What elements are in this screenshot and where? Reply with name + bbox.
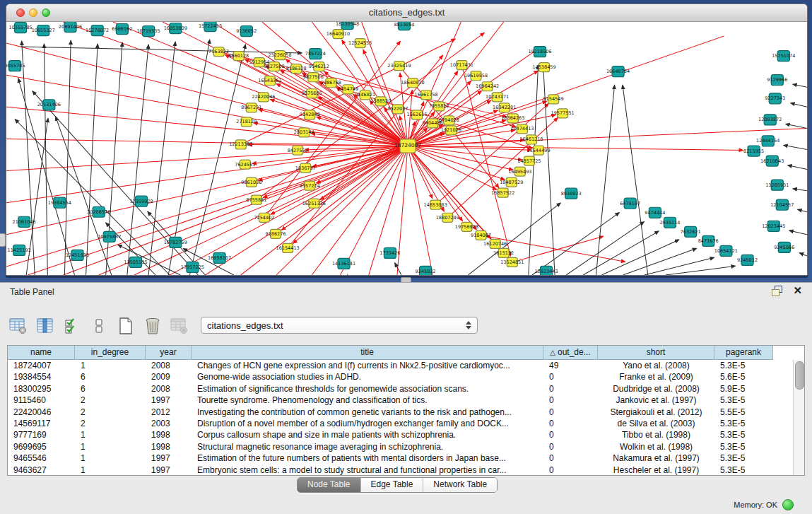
table-row[interactable]: 1938455462009Genome-wide association stu… xyxy=(8,371,793,382)
network-node[interactable]: 17359928 xyxy=(129,196,153,206)
network-node[interactable]: 10717431 xyxy=(450,61,473,70)
network-node[interactable]: 19619558 xyxy=(464,71,488,81)
network-node[interactable]: 9861036 xyxy=(241,177,261,187)
network-node[interactable]: 9184067 xyxy=(471,230,491,240)
network-node[interactable]: 19756928 xyxy=(455,222,478,231)
network-node[interactable]: 12451935 xyxy=(66,250,89,260)
collapse-panel-handle[interactable] xyxy=(0,233,6,247)
network-canvas[interactable]: 1035578510655327208914061527607269661621… xyxy=(6,22,807,275)
network-node[interactable]: 7857224 xyxy=(305,49,326,59)
delete-columns-button[interactable] xyxy=(143,316,163,336)
tab-edge-table[interactable]: Edge Table xyxy=(361,478,424,492)
network-node[interactable]: 11544499 xyxy=(526,146,550,155)
column-header-short[interactable]: short xyxy=(598,346,714,360)
network-node[interactable]: 10355785 xyxy=(8,23,32,33)
network-node[interactable]: 13285931 xyxy=(765,180,789,190)
network-node[interactable]: 8755881 xyxy=(246,195,266,204)
network-node[interactable]: 8967231 xyxy=(241,103,261,112)
network-node[interactable]: 11425193 xyxy=(7,245,30,255)
network-node[interactable]: 18640910 xyxy=(401,78,424,88)
network-node[interactable]: 9242848 xyxy=(300,110,320,119)
table-row[interactable]: 946362711997Embryonic stem cells: a mode… xyxy=(8,465,793,475)
network-node[interactable]: 16961758 xyxy=(415,90,438,100)
network-node[interactable]: 15857522 xyxy=(491,188,514,197)
network-node[interactable]: 6479197 xyxy=(620,198,640,209)
network-node[interactable]: 9136052 xyxy=(236,26,257,37)
network-node[interactable]: 9055785 xyxy=(6,61,25,71)
vertical-scrollbar[interactable] xyxy=(793,360,804,475)
network-node[interactable]: 18364263 xyxy=(501,114,524,123)
network-node[interactable]: 9575685 xyxy=(302,89,322,98)
table-row[interactable]: 977716911998Corpus callosum shape and si… xyxy=(8,429,793,440)
network-node[interactable]: 22420046 xyxy=(252,93,275,102)
network-node[interactable]: 23226058 xyxy=(268,51,291,60)
network-node[interactable]: 12023445 xyxy=(762,221,785,231)
column-header-year[interactable]: year xyxy=(146,346,192,360)
network-node[interactable]: 23325419 xyxy=(387,62,411,71)
network-node[interactable]: 18130548 xyxy=(336,22,359,30)
table-row[interactable]: 911546021997Tourette syndrome. Phenomeno… xyxy=(8,395,793,406)
network-node[interactable]: 16495493 xyxy=(508,167,531,176)
table-row[interactable]: 1872400712008Changes of HCN gene express… xyxy=(8,360,793,371)
network-node[interactable]: 1615132 xyxy=(493,248,514,257)
network-node[interactable]: 16461218 xyxy=(519,135,543,144)
network-node[interactable]: 12213383 xyxy=(229,140,252,149)
select-columns-button[interactable] xyxy=(62,316,82,336)
network-node[interactable]: 16120746 xyxy=(483,239,507,248)
tab-network-table[interactable]: Network Table xyxy=(423,478,497,492)
delete-table-button[interactable] xyxy=(170,316,189,336)
table-row[interactable]: 1456911722003Disruption of a novel membe… xyxy=(8,418,793,429)
network-node[interactable]: 9227343 xyxy=(765,93,785,104)
network-node[interactable]: 18807249 xyxy=(436,213,459,222)
network-node[interactable]: 9129966 xyxy=(767,75,787,86)
network-node[interactable]: 6966162 xyxy=(112,24,132,35)
network-node[interactable]: 16648784 xyxy=(606,66,630,77)
network-node[interactable]: 16154413 xyxy=(276,243,300,252)
network-node[interactable]: 12104557 xyxy=(770,199,794,210)
network-node[interactable]: 10654121 xyxy=(714,245,738,256)
network-node[interactable]: 7632621 xyxy=(681,226,701,237)
network-node[interactable]: 15751074 xyxy=(772,51,795,62)
network-node[interactable]: 12093872 xyxy=(758,115,782,125)
scrollbar-thumb[interactable] xyxy=(795,361,804,390)
network-node[interactable]: 16210643 xyxy=(760,156,784,166)
tab-node-table[interactable]: Node Table xyxy=(298,478,361,492)
network-node[interactable]: 19384554 xyxy=(48,197,71,208)
network-node[interactable]: 14136141 xyxy=(332,258,355,269)
network-node[interactable]: 8522037 xyxy=(387,105,408,114)
network-node[interactable]: 9546212 xyxy=(309,62,329,71)
network-node[interactable]: 16640910 xyxy=(326,30,350,39)
new-column-button[interactable] xyxy=(116,316,136,336)
network-node[interactable]: 8660128 xyxy=(228,52,249,61)
network-node[interactable]: 10743171 xyxy=(486,93,509,102)
network-node[interactable]: 13524851 xyxy=(500,257,524,267)
network-node[interactable]: 8813054 xyxy=(394,22,414,30)
table-row[interactable]: 1830029562008Estimation of significance … xyxy=(8,383,793,395)
network-node[interactable]: 19218506 xyxy=(528,47,551,57)
network-node[interactable]: 10719535 xyxy=(136,26,160,37)
network-node[interactable]: 16958107 xyxy=(208,252,231,263)
table-select-dropdown[interactable]: citations_edges.txt xyxy=(201,317,478,334)
table-mode-button[interactable] xyxy=(8,316,28,336)
network-node[interactable]: 10474413 xyxy=(510,124,534,134)
network-node[interactable]: 2718129 xyxy=(236,117,257,127)
network-node[interactable]: 18487529 xyxy=(500,177,523,187)
network-node[interactable]: 9186276 xyxy=(265,229,286,238)
network-node[interactable]: 20891406 xyxy=(59,22,82,33)
network-node[interactable]: 9245066 xyxy=(774,242,794,252)
network-node[interactable]: 7254402 xyxy=(254,213,274,222)
network-node[interactable]: 10655327 xyxy=(32,25,55,36)
network-node[interactable]: 14857725 xyxy=(517,156,541,165)
rows-button[interactable] xyxy=(89,316,109,336)
column-header-title[interactable]: title xyxy=(192,346,543,360)
show-column-button[interactable] xyxy=(35,316,55,336)
network-node[interactable]: 16543362 xyxy=(258,76,281,86)
network-node[interactable]: 9154549 xyxy=(543,95,564,104)
network-node[interactable]: 12524553 xyxy=(348,39,372,48)
close-icon[interactable]: ✕ xyxy=(793,286,802,296)
network-node[interactable]: 19577551 xyxy=(551,109,575,118)
network-node[interactable]: 9827508 xyxy=(264,62,284,71)
network-node[interactable]: 9245012 xyxy=(737,255,758,265)
network-node[interactable]: 17957225 xyxy=(181,262,204,272)
network-node[interactable]: 2803144 xyxy=(294,128,314,137)
